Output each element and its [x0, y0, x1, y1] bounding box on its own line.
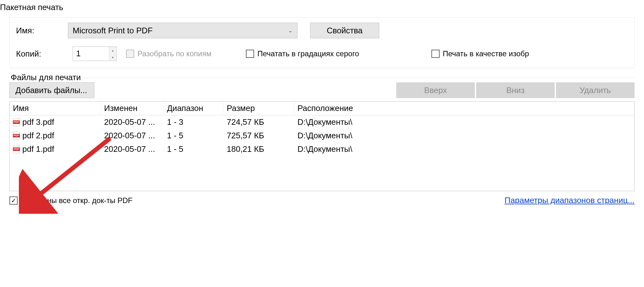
file-size: 180,21 КБ	[224, 142, 294, 156]
pdf-icon	[13, 132, 20, 140]
collate-label: Разобрать по копиям	[137, 49, 211, 58]
file-location: D:\Документы\	[294, 115, 634, 129]
printer-name-label: Имя:	[16, 26, 68, 36]
file-modified: 2020-05-07 ...	[101, 115, 164, 129]
table-header: Имя Изменен Диапазон Размер Расположение	[10, 102, 634, 115]
add-files-button[interactable]: Добавить файлы...	[9, 82, 94, 98]
file-modified: 2020-05-07 ...	[101, 129, 164, 142]
collate-checkbox	[126, 50, 134, 58]
file-size: 724,57 КБ	[224, 115, 294, 129]
printer-settings-group: Имя: Microsoft Print to PDF ⌄ Свойства К…	[9, 17, 635, 68]
copies-stepper[interactable]: 1 ▴ ▾	[73, 47, 117, 61]
printer-select[interactable]: Microsoft Print to PDF ⌄	[68, 23, 297, 38]
file-name: pdf 3.pdf	[22, 117, 54, 127]
col-range-header[interactable]: Диапазон	[164, 102, 224, 115]
delete-button: Удалить	[556, 82, 635, 98]
move-down-button: Вниз	[476, 82, 555, 98]
table-row[interactable]: pdf 3.pdf 2020-05-07 ... 1 - 3 724,57 КБ…	[10, 115, 634, 129]
copies-label: Копий:	[16, 49, 73, 59]
image-quality-checkbox-group[interactable]: Печать в качестве изобр	[431, 49, 529, 58]
col-name-header[interactable]: Имя	[10, 102, 101, 115]
grayscale-checkbox[interactable]	[246, 50, 254, 58]
image-quality-checkbox[interactable]	[431, 50, 440, 58]
include-open-checkbox-group[interactable]: ✓ Включены все откр. док-ты PDF	[9, 196, 133, 205]
file-location: D:\Документы\	[294, 129, 634, 142]
bottom-row: ✓ Включены все откр. док-ты PDF Параметр…	[9, 196, 635, 205]
file-range: 1 - 3	[164, 115, 224, 129]
file-location: D:\Документы\	[294, 142, 634, 156]
pdf-icon	[13, 118, 20, 126]
file-modified: 2020-05-07 ...	[101, 142, 164, 156]
files-table: Имя Изменен Диапазон Размер Расположение…	[9, 101, 635, 191]
col-modified-header[interactable]: Изменен	[101, 102, 164, 115]
file-range: 1 - 5	[164, 142, 224, 156]
grayscale-label: Печатать в градациях серого	[257, 49, 359, 58]
pdf-icon	[13, 145, 20, 153]
file-name: pdf 2.pdf	[22, 131, 54, 141]
copies-value[interactable]: 1	[73, 47, 109, 61]
file-size: 725,57 КБ	[224, 129, 294, 142]
include-open-checkbox[interactable]: ✓	[9, 196, 18, 205]
image-quality-label: Печать в качестве изобр	[443, 49, 529, 58]
table-row[interactable]: pdf 1.pdf 2020-05-07 ... 1 - 5 180,21 КБ…	[10, 142, 634, 156]
files-group: Файлы для печати Добавить файлы... Вверх…	[9, 78, 635, 191]
include-open-label: Включены все откр. док-ты PDF	[21, 196, 133, 205]
copies-up-button[interactable]: ▴	[109, 47, 116, 54]
col-size-header[interactable]: Размер	[224, 102, 294, 115]
file-name: pdf 1.pdf	[22, 144, 54, 154]
properties-button[interactable]: Свойства	[310, 23, 379, 38]
copies-down-button[interactable]: ▾	[109, 54, 116, 61]
table-row[interactable]: pdf 2.pdf 2020-05-07 ... 1 - 5 725,57 КБ…	[10, 129, 634, 142]
grayscale-checkbox-group[interactable]: Печатать в градациях серого	[246, 49, 359, 58]
dialog-title: Пакетная печать	[0, 0, 644, 14]
col-location-header[interactable]: Расположение	[294, 102, 634, 115]
printer-selected-value: Microsoft Print to PDF	[73, 26, 288, 36]
chevron-down-icon: ⌄	[288, 27, 293, 34]
collate-checkbox-group: Разобрать по копиям	[126, 49, 211, 58]
move-up-button: Вверх	[396, 82, 475, 98]
page-range-params-link[interactable]: Параметры диапазонов страниц...	[505, 196, 635, 205]
file-range: 1 - 5	[164, 129, 224, 142]
check-icon: ✓	[11, 197, 16, 204]
spacer	[96, 82, 395, 98]
files-legend: Файлы для печати	[9, 73, 82, 82]
